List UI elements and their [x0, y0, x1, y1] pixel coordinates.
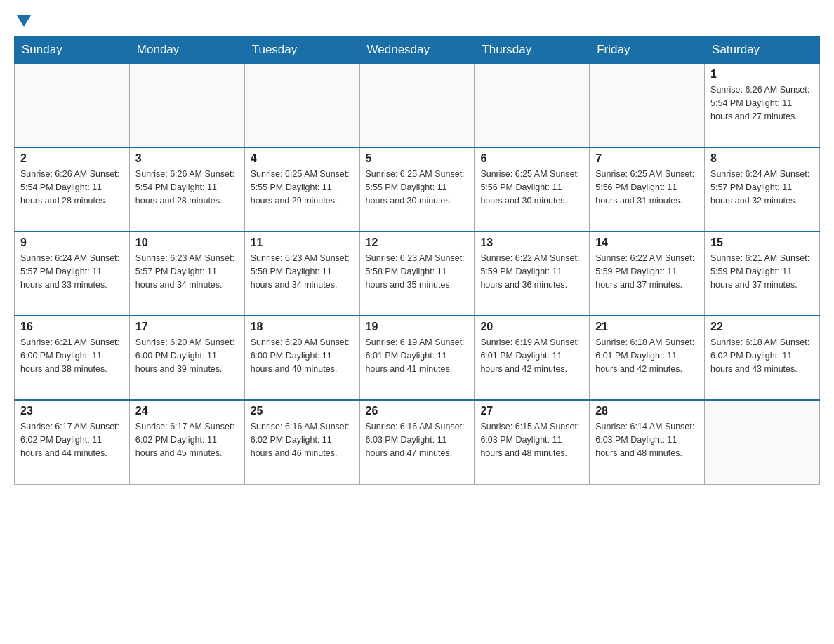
calendar-day-cell: 13Sunrise: 6:22 AM Sunset: 5:59 PM Dayli…: [475, 232, 590, 316]
day-number: 9: [20, 236, 124, 249]
calendar-week-row: 16Sunrise: 6:21 AM Sunset: 6:00 PM Dayli…: [15, 316, 820, 400]
day-info: Sunrise: 6:17 AM Sunset: 6:02 PM Dayligh…: [135, 420, 239, 459]
day-number: 1: [710, 68, 814, 81]
day-number: 4: [251, 152, 354, 165]
day-info: Sunrise: 6:19 AM Sunset: 6:01 PM Dayligh…: [480, 336, 583, 375]
day-info: Sunrise: 6:24 AM Sunset: 5:57 PM Dayligh…: [20, 252, 124, 291]
day-of-week-header: Monday: [129, 37, 244, 64]
calendar-day-cell: 21Sunrise: 6:18 AM Sunset: 6:01 PM Dayli…: [590, 316, 705, 400]
day-number: 26: [366, 405, 469, 417]
day-of-week-header: Sunday: [15, 37, 130, 64]
calendar-day-cell: 26Sunrise: 6:16 AM Sunset: 6:03 PM Dayli…: [359, 400, 475, 484]
day-info: Sunrise: 6:26 AM Sunset: 5:54 PM Dayligh…: [20, 168, 124, 207]
day-number: 10: [135, 236, 239, 249]
page-header: [14, 14, 820, 29]
day-info: Sunrise: 6:20 AM Sunset: 6:00 PM Dayligh…: [251, 336, 354, 375]
day-number: 18: [251, 321, 354, 333]
calendar-day-cell: 16Sunrise: 6:21 AM Sunset: 6:00 PM Dayli…: [15, 316, 130, 400]
calendar-day-cell: 25Sunrise: 6:16 AM Sunset: 6:02 PM Dayli…: [244, 400, 359, 484]
calendar-day-cell: 11Sunrise: 6:23 AM Sunset: 5:58 PM Dayli…: [244, 232, 359, 316]
day-of-week-header: Thursday: [475, 37, 590, 64]
day-info: Sunrise: 6:21 AM Sunset: 6:00 PM Dayligh…: [20, 336, 124, 375]
day-of-week-header: Tuesday: [244, 37, 359, 64]
day-number: 16: [20, 321, 124, 333]
calendar-day-cell: 9Sunrise: 6:24 AM Sunset: 5:57 PM Daylig…: [15, 232, 130, 316]
day-info: Sunrise: 6:21 AM Sunset: 5:59 PM Dayligh…: [710, 252, 814, 291]
day-number: 27: [480, 405, 583, 417]
calendar-day-cell: 27Sunrise: 6:15 AM Sunset: 6:03 PM Dayli…: [475, 400, 590, 484]
calendar-week-row: 23Sunrise: 6:17 AM Sunset: 6:02 PM Dayli…: [15, 400, 820, 484]
day-number: 22: [710, 321, 814, 333]
logo-arrow-icon: [17, 15, 31, 27]
day-info: Sunrise: 6:22 AM Sunset: 5:59 PM Dayligh…: [595, 252, 699, 291]
calendar-day-cell: 17Sunrise: 6:20 AM Sunset: 6:00 PM Dayli…: [129, 316, 244, 400]
day-info: Sunrise: 6:24 AM Sunset: 5:57 PM Dayligh…: [710, 168, 814, 207]
day-number: 21: [595, 321, 699, 333]
day-number: 13: [480, 236, 583, 249]
calendar-day-cell: 19Sunrise: 6:19 AM Sunset: 6:01 PM Dayli…: [359, 316, 475, 400]
day-number: 12: [366, 236, 469, 249]
day-number: 24: [135, 405, 239, 417]
day-number: 23: [20, 405, 124, 417]
day-number: 7: [595, 152, 699, 165]
calendar-week-row: 9Sunrise: 6:24 AM Sunset: 5:57 PM Daylig…: [15, 232, 820, 316]
calendar-day-cell: [244, 63, 359, 147]
day-of-week-header: Wednesday: [359, 37, 475, 64]
day-of-week-header: Friday: [590, 37, 705, 64]
day-info: Sunrise: 6:23 AM Sunset: 5:57 PM Dayligh…: [135, 252, 239, 291]
calendar-day-cell: 2Sunrise: 6:26 AM Sunset: 5:54 PM Daylig…: [15, 147, 130, 232]
calendar-day-cell: 23Sunrise: 6:17 AM Sunset: 6:02 PM Dayli…: [15, 400, 130, 484]
day-info: Sunrise: 6:15 AM Sunset: 6:03 PM Dayligh…: [480, 420, 583, 459]
calendar-week-row: 2Sunrise: 6:26 AM Sunset: 5:54 PM Daylig…: [15, 147, 820, 232]
day-info: Sunrise: 6:25 AM Sunset: 5:55 PM Dayligh…: [366, 168, 469, 207]
calendar-day-cell: 8Sunrise: 6:24 AM Sunset: 5:57 PM Daylig…: [705, 147, 820, 232]
day-info: Sunrise: 6:20 AM Sunset: 6:00 PM Dayligh…: [135, 336, 239, 375]
day-info: Sunrise: 6:14 AM Sunset: 6:03 PM Dayligh…: [595, 420, 699, 459]
calendar-day-cell: 7Sunrise: 6:25 AM Sunset: 5:56 PM Daylig…: [590, 147, 705, 232]
day-info: Sunrise: 6:16 AM Sunset: 6:03 PM Dayligh…: [366, 420, 469, 459]
day-info: Sunrise: 6:23 AM Sunset: 5:58 PM Dayligh…: [251, 252, 354, 291]
day-of-week-header: Saturday: [705, 37, 820, 64]
day-info: Sunrise: 6:23 AM Sunset: 5:58 PM Dayligh…: [366, 252, 469, 291]
calendar-day-cell: 28Sunrise: 6:14 AM Sunset: 6:03 PM Dayli…: [590, 400, 705, 484]
calendar-day-cell: 14Sunrise: 6:22 AM Sunset: 5:59 PM Dayli…: [590, 232, 705, 316]
calendar-day-cell: 3Sunrise: 6:26 AM Sunset: 5:54 PM Daylig…: [129, 147, 244, 232]
calendar-day-cell: 12Sunrise: 6:23 AM Sunset: 5:58 PM Dayli…: [359, 232, 475, 316]
calendar-day-cell: 5Sunrise: 6:25 AM Sunset: 5:55 PM Daylig…: [359, 147, 475, 232]
day-info: Sunrise: 6:25 AM Sunset: 5:56 PM Dayligh…: [595, 168, 699, 207]
calendar-day-cell: 1Sunrise: 6:26 AM Sunset: 5:54 PM Daylig…: [705, 63, 820, 147]
calendar-day-cell: [475, 63, 590, 147]
calendar-day-cell: [590, 63, 705, 147]
day-number: 17: [135, 321, 239, 333]
calendar-day-cell: 10Sunrise: 6:23 AM Sunset: 5:57 PM Dayli…: [129, 232, 244, 316]
day-number: 6: [480, 152, 583, 165]
calendar-week-row: 1Sunrise: 6:26 AM Sunset: 5:54 PM Daylig…: [15, 63, 820, 147]
calendar-day-cell: 6Sunrise: 6:25 AM Sunset: 5:56 PM Daylig…: [475, 147, 590, 232]
day-number: 3: [135, 152, 239, 165]
day-number: 15: [710, 236, 814, 249]
day-info: Sunrise: 6:16 AM Sunset: 6:02 PM Dayligh…: [251, 420, 354, 459]
day-number: 28: [595, 405, 699, 417]
calendar-day-cell: 4Sunrise: 6:25 AM Sunset: 5:55 PM Daylig…: [244, 147, 359, 232]
day-number: 8: [710, 152, 814, 165]
day-info: Sunrise: 6:18 AM Sunset: 6:02 PM Dayligh…: [710, 336, 814, 375]
day-number: 2: [20, 152, 124, 165]
calendar-table: SundayMondayTuesdayWednesdayThursdayFrid…: [14, 36, 820, 485]
day-info: Sunrise: 6:25 AM Sunset: 5:55 PM Dayligh…: [251, 168, 354, 207]
calendar-day-cell: 20Sunrise: 6:19 AM Sunset: 6:01 PM Dayli…: [475, 316, 590, 400]
logo: [14, 14, 31, 29]
day-info: Sunrise: 6:25 AM Sunset: 5:56 PM Dayligh…: [480, 168, 583, 207]
day-number: 20: [480, 321, 583, 333]
calendar-day-cell: [359, 63, 475, 147]
calendar-header-row: SundayMondayTuesdayWednesdayThursdayFrid…: [15, 37, 820, 64]
day-info: Sunrise: 6:26 AM Sunset: 5:54 PM Dayligh…: [135, 168, 239, 207]
calendar-day-cell: 15Sunrise: 6:21 AM Sunset: 5:59 PM Dayli…: [705, 232, 820, 316]
day-number: 5: [366, 152, 469, 165]
day-number: 11: [251, 236, 354, 249]
day-number: 19: [366, 321, 469, 333]
calendar-day-cell: 18Sunrise: 6:20 AM Sunset: 6:00 PM Dayli…: [244, 316, 359, 400]
day-number: 14: [595, 236, 699, 249]
calendar-day-cell: [15, 63, 130, 147]
calendar-day-cell: [705, 400, 820, 484]
calendar-day-cell: 24Sunrise: 6:17 AM Sunset: 6:02 PM Dayli…: [129, 400, 244, 484]
